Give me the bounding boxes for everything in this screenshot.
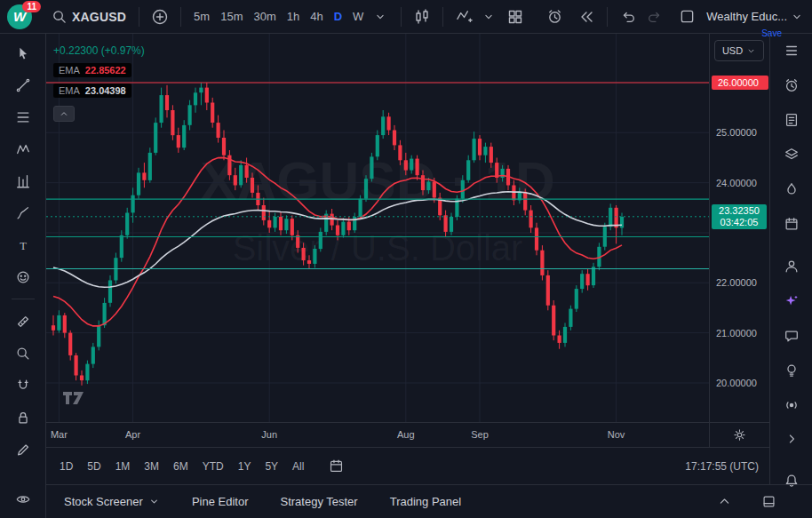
bottom-panel-bar: Stock ScreenerPine EditorStrategy Tester…: [46, 484, 812, 518]
divider: [139, 7, 139, 27]
notification-badge: 11: [22, 1, 41, 12]
time-axis[interactable]: MarAprJunAugSepNov: [46, 422, 709, 447]
range-1y[interactable]: 1Y: [232, 457, 258, 476]
range-1m[interactable]: 1M: [109, 457, 137, 476]
divider: [607, 7, 608, 27]
indicator-name: EMA: [59, 65, 80, 76]
cursor-tool-button[interactable]: [6, 43, 40, 63]
candlestick-chart[interactable]: [46, 34, 709, 422]
trend-line-icon: [15, 77, 31, 93]
time-axis-label: Nov: [603, 429, 630, 440]
edit-drawings-button[interactable]: [6, 439, 40, 459]
expand-panel-button[interactable]: [711, 490, 737, 514]
indicators-menu-button[interactable]: [475, 4, 502, 29]
restore-panel-button[interactable]: [755, 490, 782, 514]
timeframe-w[interactable]: W: [347, 6, 369, 27]
alerts-button[interactable]: [776, 77, 807, 93]
price-tick: 25.00000: [710, 125, 769, 139]
indicators-button[interactable]: [450, 4, 477, 29]
pattern-tool-button[interactable]: [6, 139, 40, 159]
undo-button[interactable]: [615, 4, 641, 29]
symbol-search-button[interactable]: XAGUSD: [46, 5, 131, 28]
chevron-down-icon: [374, 11, 386, 23]
range-3m[interactable]: 3M: [138, 457, 165, 476]
divider: [401, 7, 402, 27]
minds-button[interactable]: [776, 363, 807, 379]
measure-tool-button[interactable]: [6, 311, 40, 331]
go-to-date-button[interactable]: [322, 454, 349, 479]
layout-grid-button[interactable]: [502, 4, 529, 29]
currency-label: USD: [722, 45, 743, 56]
bottom-tab-trading-panel[interactable]: Trading Panel: [390, 495, 461, 508]
live-streams-button[interactable]: [776, 397, 807, 413]
text-tool-button[interactable]: T: [6, 235, 40, 255]
utc-clock[interactable]: 17:17:55 (UTC): [685, 460, 762, 473]
forecast-tool-button[interactable]: [6, 171, 40, 191]
fib-retracement-tool-button[interactable]: [6, 107, 40, 127]
tradingview-logo[interactable]: [60, 389, 87, 407]
price-tick: 21.00000: [710, 326, 769, 340]
chart-legend: +0.22300 (+0.97%) EMA22.85622EMA23.04398: [53, 44, 145, 122]
alert-button[interactable]: [541, 4, 568, 29]
calendar-button[interactable]: [776, 216, 807, 232]
panel-layout-icon: [762, 495, 776, 508]
range-5d[interactable]: 5D: [81, 457, 107, 476]
ai-assistant-button[interactable]: [776, 293, 807, 309]
timeframe-4h[interactable]: 4h: [305, 6, 328, 27]
magnet-icon: [15, 378, 31, 394]
price-tick: 26.00000: [712, 76, 768, 90]
magnet-tool-button[interactable]: [6, 375, 40, 395]
timeframe-1h[interactable]: 1h: [282, 6, 305, 27]
price-scale[interactable]: USD 26.0000025.0000024.0000022.0000021.0…: [709, 34, 769, 422]
bottom-tab-pine-editor[interactable]: Pine Editor: [192, 495, 249, 508]
layout-name-button[interactable]: Wealthy Educ... Save: [706, 10, 805, 23]
undo-icon: [620, 9, 636, 25]
bottom-tab-label: Stock Screener: [64, 495, 143, 508]
timeframe-menu-button[interactable]: [367, 4, 394, 29]
range-6m[interactable]: 6M: [167, 457, 195, 476]
ideas-button[interactable]: [776, 259, 807, 275]
sparkle-icon: [784, 293, 800, 309]
timeframe-5m[interactable]: 5m: [188, 6, 215, 27]
timeframe-30m[interactable]: 30m: [248, 6, 281, 27]
brush-tool-button[interactable]: [6, 203, 40, 223]
gear-icon[interactable]: [733, 428, 746, 442]
currency-dropdown[interactable]: USD: [714, 40, 764, 61]
user-avatar[interactable]: W 11: [7, 4, 32, 29]
collapse-sidebar-button[interactable]: [776, 432, 807, 446]
range-1d[interactable]: 1D: [53, 457, 79, 476]
divider: [442, 7, 443, 27]
bar-replay-button[interactable]: [573, 4, 600, 29]
indicator-legend-ema[interactable]: EMA22.85622: [53, 63, 145, 77]
news-button[interactable]: [776, 112, 807, 128]
chat-button[interactable]: [776, 328, 807, 344]
range-5y[interactable]: 5Y: [259, 457, 284, 476]
bottom-tab-stock-screener[interactable]: Stock Screener: [64, 495, 160, 508]
tradingview-app: W 11 XAGUSD 5m15m30m1h4hDW: [0, 0, 812, 518]
time-axis-label: Apr: [120, 429, 147, 440]
indicator-legend-ema[interactable]: EMA23.04398: [53, 84, 145, 98]
trend-line-tool-button[interactable]: [6, 75, 40, 95]
legend-collapse-button[interactable]: [53, 106, 75, 122]
range-all[interactable]: All: [286, 457, 310, 476]
hotlists-button[interactable]: [776, 181, 807, 197]
chart-pane[interactable]: XAGUSD · 1D Silver / U.S. Dollar +0.2230…: [46, 34, 709, 422]
watchlist-button[interactable]: [776, 43, 807, 59]
object-tree-button[interactable]: [776, 147, 807, 163]
indicator-value: 23.04398: [85, 85, 126, 96]
search-icon: [52, 9, 67, 24]
person-icon: [784, 259, 800, 275]
compare-add-button[interactable]: [147, 4, 173, 29]
range-ytd[interactable]: YTD: [196, 457, 230, 476]
timeframe-d[interactable]: D: [329, 6, 347, 27]
timeframe-15m[interactable]: 15m: [215, 6, 248, 27]
save-layout-button[interactable]: [673, 4, 700, 29]
zoom-tool-button[interactable]: [6, 343, 40, 363]
hide-drawings-button[interactable]: [6, 489, 40, 509]
bottom-tab-strategy-tester[interactable]: Strategy Tester: [280, 495, 357, 508]
lock-drawings-button[interactable]: [6, 407, 40, 427]
emoji-tool-button[interactable]: [6, 267, 40, 287]
chevron-down-icon: [746, 46, 756, 56]
redo-button[interactable]: [641, 4, 668, 29]
chart-style-button[interactable]: [409, 4, 435, 29]
